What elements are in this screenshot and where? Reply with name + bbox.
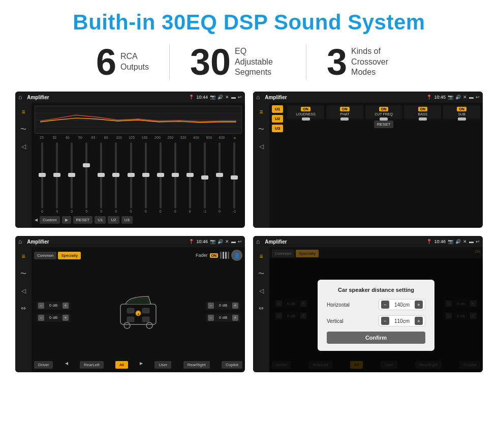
u2-btn[interactable]: U2 [108,216,119,224]
stat-eq: 30 EQ AdjustableSegments [170,44,306,80]
eq-slider-13[interactable]: 0 [213,142,226,213]
vertical-plus-btn[interactable]: + [415,317,423,325]
eq-topbar: ⌂ Amplifier 📍 10:44 📷 🔊 ✕ ▬ ↩ [15,92,245,103]
eq-slider-8[interactable]: 0 [139,142,152,213]
dialog-volume-icon: 🔊 [455,239,461,244]
eq-slider-1[interactable]: 0 [36,142,49,213]
volume-icon: 🔊 [217,95,223,100]
fader-screen-card: ⌂ Amplifier 📍 10:46 📷 🔊 ✕ ▬ ↩ ≡ 〜 ◁ ⇔ [15,236,245,372]
dialog-camera-icon: 📷 [448,239,453,244]
right-bottom-minus-btn[interactable]: − [208,315,214,321]
dialog-close-icon: ✕ [463,239,467,244]
eq-slider-5[interactable]: 0 [95,142,108,213]
right-top-db-control: − 0 dB + [206,302,240,310]
eq-slider-4[interactable]: 5 [80,142,93,213]
dialog-home-icon[interactable]: ⌂ [256,238,260,245]
cutfreq-on-badge[interactable]: ON [379,107,389,111]
left-bottom-plus-btn[interactable]: + [63,315,69,321]
eq-time: 10:44 [196,95,208,100]
right-arrow-btn[interactable]: ▶ [140,361,143,369]
eq-slider-2[interactable]: 0 [50,142,64,213]
bass-on-badge[interactable]: ON [418,107,428,111]
u1-preset-btn[interactable]: U1 [272,105,283,113]
close-icon: ✕ [225,95,229,100]
eq-sidebar-eq-icon[interactable]: ≡ [18,107,28,117]
confirm-button[interactable]: Confirm [327,332,425,344]
amp-sidebar-eq-icon[interactable]: ≡ [256,107,266,117]
u3-btn[interactable]: U3 [121,216,133,224]
fader-volume-icon: 🔊 [217,239,223,244]
loudness-on-badge[interactable]: ON [301,107,310,111]
fader-mini-slider[interactable] [220,252,229,259]
fader-screen-body: ≡ 〜 ◁ ⇔ Common Specialty Fader ON [15,247,245,372]
left-arrow-btn[interactable]: ◀ [65,361,68,369]
dialog-minimize-icon: ▬ [469,239,474,244]
eq-slider-10[interactable]: 0 [169,142,182,213]
horizontal-row: Horizontal − 140cm + [327,299,425,310]
svg-point-5 [124,322,130,328]
eq-main-content: 25 32 40 50 63 80 100 125 160 200 250 32… [32,103,245,228]
fader-sidebar-eq-icon[interactable]: ≡ [18,251,28,261]
copilot-btn[interactable]: Copilot [222,361,242,369]
eq-slider-9[interactable]: 0 [154,142,167,213]
svg-rect-8 [142,308,149,313]
u3-preset-btn[interactable]: U3 [272,125,283,132]
play-btn[interactable]: ▶ [62,216,71,224]
horizontal-plus-btn[interactable]: + [415,301,423,309]
eq-sidebar-speaker-icon[interactable]: ◁ [18,141,28,152]
eq-slider-3[interactable]: 0 [65,142,78,213]
stat-eq-label: EQ AdjustableSegments [235,46,286,78]
eq-slider-7[interactable]: 0 [124,142,137,213]
rearright-btn[interactable]: RearRight [183,361,210,369]
svg-rect-7 [127,308,134,313]
right-top-minus-btn[interactable]: − [208,303,214,309]
amp-sidebar-wave-icon[interactable]: 〜 [256,124,266,134]
right-top-plus-btn[interactable]: + [232,303,238,309]
eq-slider-14[interactable]: -1 [228,142,241,213]
dialog-bg-specialty-tab: Specialty [296,250,318,257]
amp-sidebar-speaker-icon[interactable]: ◁ [256,141,266,152]
vertical-row: Vertical − 110cm + [327,315,425,326]
specialty-tab[interactable]: Specialty [58,252,80,259]
right-bottom-plus-btn[interactable]: + [232,315,238,321]
stat-rca-label: RCAOutputs [120,51,149,73]
fader-sidebar-wave-icon[interactable]: 〜 [18,268,28,279]
rearleft-btn[interactable]: RearLeft [80,361,104,369]
custom-btn[interactable]: Custom [40,216,60,224]
left-top-plus-btn[interactable]: + [63,303,69,309]
amp-home-icon[interactable]: ⌂ [256,94,260,101]
dialog-sidebar-eq-icon[interactable]: ≡ [256,251,266,261]
driver-btn[interactable]: Driver [34,361,53,369]
amp-reset-btn[interactable]: RESET [374,121,394,128]
sub-on-badge[interactable]: ON [457,107,466,111]
eq-slider-6[interactable]: 0 [109,142,122,213]
phat-on-badge[interactable]: ON [340,107,350,111]
home-icon[interactable]: ⌂ [18,94,22,101]
dialog-sidebar-speaker-icon[interactable]: ◁ [256,286,266,296]
eq-sidebar-wave-icon[interactable]: 〜 [18,124,28,134]
horizontal-minus-btn[interactable]: − [381,301,389,309]
fader-sidebar-arrows-icon[interactable]: ⇔ [18,303,28,313]
eq-slider-12[interactable]: -1 [198,142,211,213]
dialog-topbar-title: Amplifier [265,239,423,245]
prev-arrow[interactable]: ◀ [35,218,38,222]
vertical-minus-btn[interactable]: − [381,317,389,325]
common-tab[interactable]: Common [34,252,56,259]
reset-btn[interactable]: RESET [73,216,93,224]
dialog-sidebar-wave-icon[interactable]: 〜 [256,268,266,279]
fader-on-badge[interactable]: ON [210,253,219,258]
user-btn[interactable]: User [154,361,171,369]
dialog-sidebar-arrows-icon[interactable]: ⇔ [256,303,266,313]
fader-sidebar-speaker-icon[interactable]: ◁ [18,286,28,296]
left-top-minus-btn[interactable]: − [38,303,44,309]
stat-rca: 6 RCAOutputs [76,44,169,80]
all-btn[interactable]: All [115,361,128,369]
u1-btn[interactable]: U1 [95,216,106,224]
stat-rca-number: 6 [96,44,116,80]
fader-home-icon[interactable]: ⌂ [18,238,22,245]
left-bottom-minus-btn[interactable]: − [38,315,44,321]
eq-slider-11[interactable]: 0 [183,142,197,213]
dialog-topbar-icons: 📍 10:46 📷 🔊 ✕ ▬ ↩ [426,239,480,244]
right-top-db-value: 0 dB [215,303,231,308]
u2-preset-btn[interactable]: U2 [272,115,283,123]
